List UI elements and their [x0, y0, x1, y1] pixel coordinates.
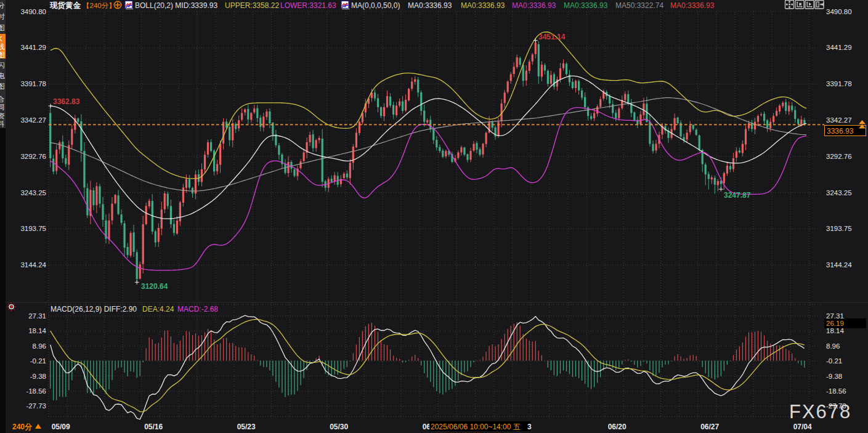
- svg-text:3120.64: 3120.64: [141, 282, 168, 291]
- svg-text:MA0:3336.93: MA0:3336.93: [564, 1, 608, 10]
- svg-text:DEA:4.24: DEA:4.24: [142, 305, 174, 314]
- svg-text:MA0:3336.93: MA0:3336.93: [461, 1, 505, 10]
- svg-text:时: 时: [0, 13, 5, 20]
- svg-text:3342.27: 3342.27: [826, 116, 852, 124]
- svg-text:图: 图: [0, 83, 5, 90]
- svg-text:-18.56: -18.56: [26, 387, 46, 395]
- svg-text:3144.24: 3144.24: [20, 261, 46, 269]
- svg-text:闪: 闪: [0, 62, 5, 69]
- svg-text:3441.29: 3441.29: [826, 44, 852, 51]
- svg-text:MA0:3336.93: MA0:3336.93: [512, 1, 556, 10]
- svg-text:-0.21: -0.21: [30, 357, 46, 365]
- svg-text:同: 同: [0, 103, 5, 111]
- svg-text:3292.76: 3292.76: [826, 153, 852, 160]
- svg-text:8.96: 8.96: [826, 342, 840, 350]
- svg-text:05/16: 05/16: [144, 423, 163, 431]
- svg-text:3247.87: 3247.87: [724, 191, 751, 200]
- svg-text:3490.80: 3490.80: [826, 8, 852, 15]
- svg-text:3193.75: 3193.75: [826, 225, 852, 232]
- svg-text:合: 合: [0, 95, 5, 103]
- svg-text:MACD:-2.68: MACD:-2.68: [177, 305, 218, 314]
- svg-text:3243.25: 3243.25: [826, 189, 852, 196]
- svg-text:3336.93: 3336.93: [827, 127, 854, 136]
- svg-text:8.96: 8.96: [33, 342, 46, 350]
- svg-text:05/23: 05/23: [237, 423, 256, 431]
- svg-text:18.14: 18.14: [826, 327, 844, 334]
- svg-text:27.31: 27.31: [28, 312, 46, 320]
- svg-text:06/27: 06/27: [700, 423, 719, 431]
- svg-text:05/09: 05/09: [52, 423, 70, 431]
- svg-text:料: 料: [0, 120, 5, 127]
- svg-text:3362.83: 3362.83: [53, 97, 80, 106]
- svg-text:-9.38: -9.38: [826, 373, 842, 380]
- svg-text:资: 资: [0, 112, 5, 119]
- svg-text:-18.56: -18.56: [826, 387, 846, 395]
- svg-text:现货黄金: 现货黄金: [49, 1, 81, 10]
- svg-text:MACD(26,12,9) DIFF:2.90: MACD(26,12,9) DIFF:2.90: [51, 305, 137, 314]
- svg-text:图: 图: [0, 51, 5, 59]
- svg-text:K: K: [0, 35, 2, 42]
- svg-text:FX678: FX678: [789, 401, 851, 423]
- svg-text:MA0:3336.93: MA0:3336.93: [670, 1, 715, 10]
- svg-text:2025/06/06 10:00~14:00 五: 2025/06/06 10:00~14:00 五: [431, 423, 521, 431]
- svg-text:LOWER:3321.63: LOWER:3321.63: [280, 1, 336, 10]
- svg-text:07/04: 07/04: [793, 423, 812, 431]
- svg-text:26.19: 26.19: [826, 320, 844, 327]
- svg-text:05/30: 05/30: [330, 423, 348, 431]
- svg-text:线: 线: [0, 43, 5, 51]
- svg-text:【240分】: 【240分】: [83, 2, 116, 9]
- svg-text:MA(0,0,0,50,0): MA(0,0,0,50,0): [351, 1, 400, 10]
- svg-text:分: 分: [0, 2, 5, 9]
- svg-text:3391.78: 3391.78: [20, 80, 46, 87]
- svg-text:MA0:3336.93: MA0:3336.93: [408, 1, 452, 10]
- svg-text:3490.80: 3490.80: [20, 8, 46, 15]
- svg-text:-9.38: -9.38: [30, 373, 46, 380]
- svg-text:3193.75: 3193.75: [20, 225, 46, 232]
- svg-text:3243.25: 3243.25: [20, 189, 46, 196]
- svg-text:3441.29: 3441.29: [20, 44, 46, 51]
- svg-text:3292.76: 3292.76: [20, 153, 46, 160]
- svg-text:3451.14: 3451.14: [538, 33, 566, 41]
- svg-text:3391.78: 3391.78: [826, 80, 852, 87]
- svg-text:18.14: 18.14: [28, 327, 46, 334]
- svg-text:MA50:3322.74: MA50:3322.74: [615, 1, 663, 10]
- svg-text:3: 3: [527, 423, 532, 431]
- svg-text:-0.21: -0.21: [826, 357, 842, 365]
- svg-text:3342.27: 3342.27: [20, 116, 46, 124]
- svg-text:BOLL(20,2) MID:3339.93: BOLL(20,2) MID:3339.93: [135, 1, 217, 10]
- svg-text:240分: 240分: [12, 423, 33, 431]
- svg-text:UPPER:3358.22: UPPER:3358.22: [225, 1, 279, 10]
- svg-text:3144.24: 3144.24: [826, 261, 852, 269]
- svg-text:电: 电: [0, 72, 5, 79]
- svg-text:-27.73: -27.73: [26, 402, 46, 410]
- svg-text:06/20: 06/20: [608, 423, 627, 431]
- svg-text:图: 图: [0, 24, 5, 31]
